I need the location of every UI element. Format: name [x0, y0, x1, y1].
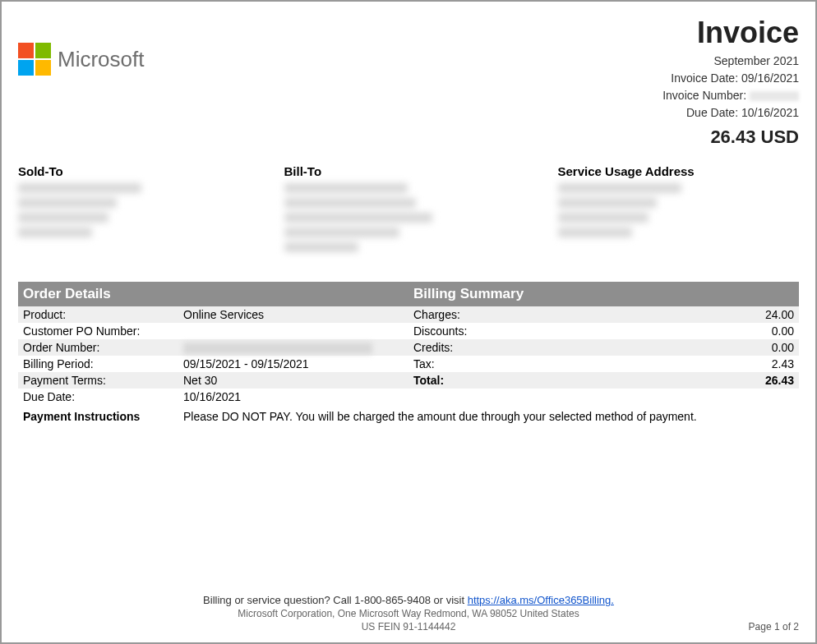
microsoft-logo-icon	[18, 43, 51, 76]
invoice-title: Invoice	[662, 18, 799, 48]
order-number-redacted	[183, 343, 372, 354]
order-row-product: Product: Online Services	[18, 306, 408, 323]
invoice-due-date: Due Date: 10/16/2021	[662, 104, 799, 122]
order-row-billing-period: Billing Period: 09/15/2021 - 09/15/2021	[18, 356, 408, 372]
brand-logo-block: Microsoft	[18, 43, 144, 76]
billing-summary-header: Billing Summary	[408, 282, 799, 306]
summary-row-total: Total: 26.43	[408, 372, 799, 389]
footer-billing-link[interactable]: https://aka.ms/Office365Billing.	[468, 594, 614, 606]
order-row-ordernum: Order Number:	[18, 339, 408, 356]
invoice-header: Invoice September 2021 Invoice Date: 09/…	[662, 18, 799, 148]
order-row-due: Due Date: 10/16/2021	[18, 389, 408, 405]
service-address-label: Service Usage Address	[558, 164, 816, 178]
invoice-amount: 26.43 USD	[662, 126, 799, 148]
summary-row-discounts: Discounts: 0.00	[408, 323, 799, 339]
service-address-redacted	[558, 183, 816, 237]
footer-question-prefix: Billing or service question? Call 1-800-…	[203, 594, 468, 606]
invoice-period: September 2021	[662, 53, 799, 70]
bill-to-redacted	[284, 183, 550, 252]
bill-to-label: Bill-To	[284, 164, 550, 178]
footer: Billing or service question? Call 1-800-…	[18, 594, 799, 632]
summary-row-charges: Charges: 24.00	[408, 306, 799, 323]
payment-instructions-label: Payment Instructions	[23, 410, 183, 423]
footer-corp: Microsoft Corporation, One Microsoft Way…	[18, 608, 799, 619]
address-section: Sold-To Bill-To Service Usage Address	[18, 164, 799, 257]
sold-to-redacted	[18, 183, 276, 237]
invoice-number-redacted	[750, 91, 799, 101]
payment-instructions-text: Please DO NOT PAY. You will be charged t…	[183, 410, 794, 423]
footer-question-line: Billing or service question? Call 1-800-…	[18, 594, 799, 606]
sold-to-label: Sold-To	[18, 164, 276, 178]
order-row-terms: Payment Terms: Net 30	[18, 372, 408, 389]
order-details-header: Order Details	[18, 282, 408, 306]
brand-name: Microsoft	[58, 47, 144, 72]
billing-summary-column: Billing Summary Charges: 24.00 Discounts…	[408, 282, 799, 405]
summary-row-tax: Tax: 2.43	[408, 356, 799, 372]
page-number: Page 1 of 2	[749, 621, 799, 632]
order-details-column: Order Details Product: Online Services C…	[18, 282, 408, 405]
summary-row-credits: Credits: 0.00	[408, 339, 799, 356]
invoice-number-line: Invoice Number:	[662, 87, 799, 104]
invoice-number-label: Invoice Number:	[662, 89, 746, 102]
order-row-po: Customer PO Number:	[18, 323, 408, 339]
footer-fein: US FEIN 91-1144442	[18, 621, 799, 632]
invoice-date: Invoice Date: 09/16/2021	[662, 70, 799, 87]
payment-instructions-row: Payment Instructions Please DO NOT PAY. …	[18, 407, 799, 426]
